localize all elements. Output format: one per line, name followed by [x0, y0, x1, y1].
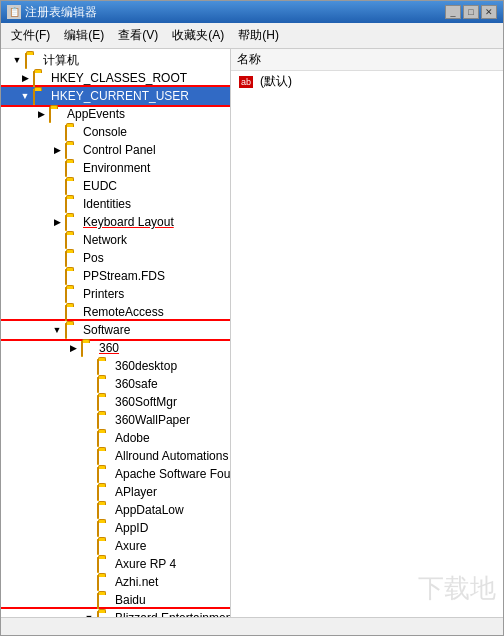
folder-icon: [65, 288, 81, 301]
label-remoteaccess: RemoteAccess: [83, 305, 164, 319]
expand-icon-empty: [81, 556, 97, 572]
tree-item-adobe[interactable]: Adobe: [1, 429, 230, 447]
tree-item-360softmgr[interactable]: 360SoftMgr: [1, 393, 230, 411]
tree-item-360desktop[interactable]: 360desktop: [1, 357, 230, 375]
tree-item-control-panel[interactable]: ▶ Control Panel: [1, 141, 230, 159]
tree-item-axure[interactable]: Axure: [1, 537, 230, 555]
tree-item-printers[interactable]: Printers: [1, 285, 230, 303]
window-title: 注册表编辑器: [25, 4, 97, 21]
tree-item-keyboard-layout[interactable]: ▶ Keyboard Layout: [1, 213, 230, 231]
close-button[interactable]: ✕: [481, 5, 497, 19]
folder-icon: [65, 306, 81, 319]
tree-item-axure-rp4[interactable]: Axure RP 4: [1, 555, 230, 573]
expand-icon-empty: [81, 412, 97, 428]
right-panel-name-col: 名称: [237, 51, 261, 68]
tree-item-classes-root[interactable]: ▶ HKEY_CLASSES_ROOT: [1, 69, 230, 87]
tree-item-baidu[interactable]: Baidu: [1, 591, 230, 609]
tree-item-allround[interactable]: Allround Automations: [1, 447, 230, 465]
tree-item-appevents[interactable]: ▶ AppEvents: [1, 105, 230, 123]
folder-icon: [97, 378, 113, 391]
label-360wallpaper: 360WallPaper: [115, 413, 190, 427]
folder-icon: [97, 396, 113, 409]
expand-icon-empty: [81, 502, 97, 518]
tree-item-360wallpaper[interactable]: 360WallPaper: [1, 411, 230, 429]
tree-item-360[interactable]: ▶ 360: [1, 339, 230, 357]
label-apache: Apache Software Foundation: [115, 467, 231, 481]
tree-item-azhi[interactable]: Azhi.net: [1, 573, 230, 591]
folder-icon: [25, 54, 41, 67]
tree-item-aplayer[interactable]: APlayer: [1, 483, 230, 501]
tree-item-current-user[interactable]: ▼ HKEY_CURRENT_USER: [1, 87, 230, 105]
tree-item-remoteaccess[interactable]: RemoteAccess: [1, 303, 230, 321]
folder-icon: [65, 126, 81, 139]
folder-icon: [97, 486, 113, 499]
expand-icon: ▼: [17, 88, 33, 104]
tree-item-blizzard[interactable]: ▼ Blizzard Entertainment: [1, 609, 230, 617]
tree-item-appdatalow[interactable]: AppDataLow: [1, 501, 230, 519]
expand-icon-empty: [49, 196, 65, 212]
app-icon: 📋: [7, 5, 21, 19]
menu-view[interactable]: 查看(V): [112, 25, 164, 46]
folder-icon: [81, 342, 97, 355]
tree-item-appid[interactable]: AppID: [1, 519, 230, 537]
label-360softmgr: 360SoftMgr: [115, 395, 177, 409]
label-azhi: Azhi.net: [115, 575, 158, 589]
expand-icon-empty: [81, 520, 97, 536]
folder-icon: [65, 270, 81, 283]
registry-tree-panel[interactable]: ▼ 计算机 ▶ HKEY_CLASSES_ROOT ▼: [1, 49, 231, 617]
tree-item-environment[interactable]: Environment: [1, 159, 230, 177]
folder-icon: [65, 180, 81, 193]
folder-icon: [33, 90, 49, 103]
tree-item-360safe[interactable]: 360safe: [1, 375, 230, 393]
tree-item-identities[interactable]: Identities: [1, 195, 230, 213]
tree-item-eudc[interactable]: EUDC: [1, 177, 230, 195]
label-aplayer: APlayer: [115, 485, 157, 499]
folder-icon: [97, 450, 113, 463]
menu-file[interactable]: 文件(F): [5, 25, 56, 46]
tree-item-software[interactable]: ▼ Software: [1, 321, 230, 339]
folder-icon: [65, 234, 81, 247]
title-bar: 📋 注册表编辑器 _ □ ✕: [1, 1, 503, 23]
label-appevents: AppEvents: [67, 107, 125, 121]
expand-icon-empty: [81, 466, 97, 482]
expand-icon: ▶: [65, 340, 81, 356]
menu-edit[interactable]: 编辑(E): [58, 25, 110, 46]
label-classes-root: HKEY_CLASSES_ROOT: [51, 71, 187, 85]
menu-favorites[interactable]: 收藏夹(A): [166, 25, 230, 46]
label-keyboard-layout: Keyboard Layout: [83, 215, 174, 229]
expand-icon-empty: [81, 538, 97, 554]
tree-root[interactable]: ▼ 计算机: [1, 51, 230, 69]
expand-icon-empty: [81, 574, 97, 590]
expand-icon-empty: [81, 394, 97, 410]
main-content: ▼ 计算机 ▶ HKEY_CLASSES_ROOT ▼: [1, 49, 503, 617]
tree-item-pos[interactable]: Pos: [1, 249, 230, 267]
folder-icon: [97, 558, 113, 571]
minimize-button[interactable]: _: [445, 5, 461, 19]
expand-icon: ▼: [49, 322, 65, 338]
expand-icon: ▶: [49, 142, 65, 158]
label-eudc: EUDC: [83, 179, 117, 193]
registry-tree: ▼ 计算机 ▶ HKEY_CLASSES_ROOT ▼: [1, 49, 230, 617]
folder-icon: [97, 594, 113, 607]
label-environment: Environment: [83, 161, 150, 175]
label-axure-rp4: Axure RP 4: [115, 557, 176, 571]
expand-icon-empty: [81, 592, 97, 608]
label-appid: AppID: [115, 521, 148, 535]
menu-help[interactable]: 帮助(H): [232, 25, 285, 46]
maximize-button[interactable]: □: [463, 5, 479, 19]
folder-icon: [97, 432, 113, 445]
expand-icon-empty: [49, 160, 65, 176]
tree-item-console[interactable]: Console: [1, 123, 230, 141]
folder-icon: [97, 504, 113, 517]
label-console: Console: [83, 125, 127, 139]
label-ppstream: PPStream.FDS: [83, 269, 165, 283]
expand-icon-empty: [81, 430, 97, 446]
title-bar-left: 📋 注册表编辑器: [7, 4, 97, 21]
status-bar: [1, 617, 503, 635]
folder-icon: [97, 522, 113, 535]
label-software: Software: [83, 323, 130, 337]
right-panel-header: 名称: [231, 49, 503, 71]
tree-item-apache[interactable]: Apache Software Foundation: [1, 465, 230, 483]
tree-item-network[interactable]: Network: [1, 231, 230, 249]
tree-item-ppstream[interactable]: PPStream.FDS: [1, 267, 230, 285]
